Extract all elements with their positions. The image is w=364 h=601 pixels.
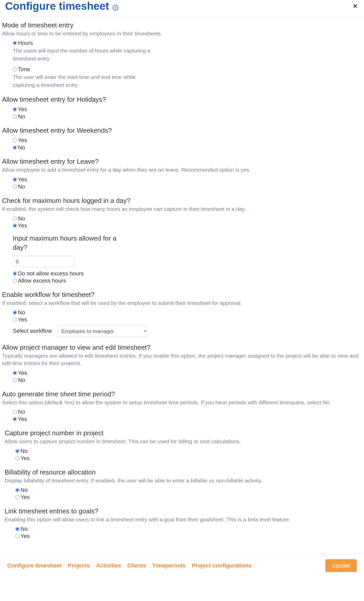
section-autogen: Auto generate time sheet time period? Se…	[2, 390, 362, 422]
option-block: No Yes Input maximum hours allowed for a…	[2, 215, 362, 284]
radio-label: Do not allow excess hours	[18, 270, 84, 277]
radio-leave-yes[interactable]	[13, 178, 17, 182]
radio-row-yes: Yes	[13, 222, 362, 229]
radio-row-yes: Yes	[15, 533, 362, 540]
radio-label: Yes	[18, 106, 27, 113]
option-block: No Yes	[2, 409, 362, 422]
radio-maxhours-yes[interactable]	[13, 224, 17, 228]
radio-label: No	[18, 144, 25, 151]
radio-label: Allow excess hours	[18, 277, 66, 284]
radio-autogen-yes[interactable]	[13, 417, 17, 421]
option-block: Yes No	[2, 176, 362, 190]
section-billability: Billability of resource allocation Displ…	[2, 468, 362, 501]
radio-weekends-no[interactable]	[13, 146, 17, 150]
radio-row-notallow: Do not allow excess hours	[13, 270, 362, 277]
section-title: Mode of timesheet entry	[2, 21, 362, 29]
radio-workflow-no[interactable]	[13, 310, 17, 315]
section-desc: Typically managers are allowed to edit t…	[2, 352, 362, 367]
radio-label: Yes	[18, 137, 27, 144]
section-title: Auto generate time sheet time period?	[2, 390, 362, 398]
section-pm: Allow project manager to view and edit t…	[2, 344, 362, 384]
radio-row-no: No	[15, 448, 362, 454]
modal-footer: Configure timesheet Projects Activities …	[0, 554, 364, 578]
radio-row-allow: Allow excess hours	[13, 277, 362, 284]
maxhours-input-label: Input maximum hours allowed for a day?	[13, 234, 128, 252]
radio-bill-no[interactable]	[15, 488, 19, 492]
radio-goals-yes[interactable]	[15, 534, 19, 538]
radio-pm-no[interactable]	[13, 378, 17, 382]
footer-link-projects[interactable]: Projects	[68, 562, 90, 569]
radio-row-yes: Yes	[13, 416, 362, 422]
radio-holidays-yes[interactable]	[13, 107, 17, 111]
radio-label: No	[18, 113, 25, 120]
option-block: Hours The users will input the number of…	[2, 40, 362, 89]
option-block: No Yes	[5, 487, 362, 501]
radio-row-hours: Hours	[13, 40, 362, 46]
footer-link-project-configurations[interactable]: Project configurations	[192, 562, 251, 569]
radio-bill-yes[interactable]	[15, 495, 19, 499]
radio-label: Yes	[20, 455, 30, 462]
radio-label: No	[20, 448, 28, 454]
page-title: Configure timesheet	[5, 0, 109, 12]
section-leave: Allow timesheet entry for Leave? Allow e…	[2, 158, 362, 190]
section-weekends: Allow timesheet entry for Weekends? Yes …	[2, 127, 362, 151]
radio-row-no: No	[13, 309, 362, 316]
workflow-select-row: Select workflow Employee to manager	[13, 325, 362, 337]
radio-projnum-yes[interactable]	[15, 456, 19, 460]
radio-row-no: No	[15, 487, 362, 493]
radio-row-yes: Yes	[13, 316, 362, 323]
radio-row-yes: Yes	[13, 176, 362, 183]
footer-links: Configure timesheet Projects Activities …	[7, 562, 252, 569]
footer-link-timeperiods[interactable]: Timeperiods	[152, 562, 186, 569]
help-icon[interactable]: ?	[113, 5, 118, 11]
option-block: Yes No	[2, 137, 362, 151]
radio-row-no: No	[13, 113, 362, 120]
radio-goals-no[interactable]	[15, 527, 19, 531]
radio-label: Yes	[18, 316, 27, 323]
close-icon[interactable]: ✕	[353, 3, 358, 10]
radio-hours[interactable]	[13, 41, 17, 45]
section-desc: Enabling this option will allow users to…	[5, 516, 362, 523]
radio-row-no: No	[13, 215, 362, 222]
radio-pm-yes[interactable]	[13, 371, 17, 375]
modal-header: Configure timesheet ? ✕	[0, 0, 364, 17]
radio-projnum-no[interactable]	[15, 449, 19, 453]
update-button[interactable]: Update	[325, 559, 357, 572]
radio-row-yes: Yes	[13, 370, 362, 376]
radio-excess-allow[interactable]	[13, 279, 17, 283]
section-desc: If enabled, the system will check how ma…	[2, 205, 362, 213]
option-block: No Yes	[5, 526, 362, 540]
radio-row-no: No	[15, 526, 362, 532]
radio-label: No	[18, 183, 25, 190]
radio-weekends-yes[interactable]	[13, 138, 17, 142]
section-maxhours: Check for maximum hours logged in a day?…	[2, 197, 362, 284]
radio-maxhours-no[interactable]	[13, 216, 17, 221]
section-title: Allow timesheet entry for Leave?	[2, 158, 362, 165]
maxhours-input[interactable]	[13, 256, 74, 267]
section-mode: Mode of timesheet entry Allow hours or t…	[2, 21, 362, 89]
radio-time[interactable]	[13, 67, 17, 71]
radio-row-no: No	[13, 183, 362, 190]
radio-excess-notallow[interactable]	[13, 272, 17, 276]
radio-workflow-yes[interactable]	[13, 318, 17, 322]
radio-desc: The users will input the number of hours…	[13, 47, 156, 63]
radio-label: Hours	[18, 40, 33, 46]
radio-label: Yes	[20, 494, 30, 501]
footer-link-clients[interactable]: Clients	[127, 562, 146, 569]
footer-link-configure-timesheet[interactable]: Configure timesheet	[7, 562, 62, 569]
footer-link-activities[interactable]: Activities	[96, 562, 121, 569]
radio-holidays-no[interactable]	[13, 115, 17, 119]
radio-leave-no[interactable]	[13, 185, 17, 189]
workflow-select[interactable]: Employee to manager	[58, 325, 147, 337]
radio-row-no: No	[13, 377, 362, 384]
section-holidays: Allow timesheet entry for Holidays? Yes …	[2, 96, 362, 120]
radio-label: Yes	[18, 222, 27, 229]
option-block: Yes No	[2, 370, 362, 384]
radio-row-no: No	[13, 144, 362, 151]
radio-label: No	[20, 526, 28, 532]
radio-label: No	[18, 215, 25, 222]
radio-label: No	[18, 409, 25, 415]
radio-row-time: Time	[13, 66, 362, 73]
radio-autogen-no[interactable]	[13, 410, 17, 414]
section-workflow: Enable workflow for timesheet? If enable…	[2, 291, 362, 337]
